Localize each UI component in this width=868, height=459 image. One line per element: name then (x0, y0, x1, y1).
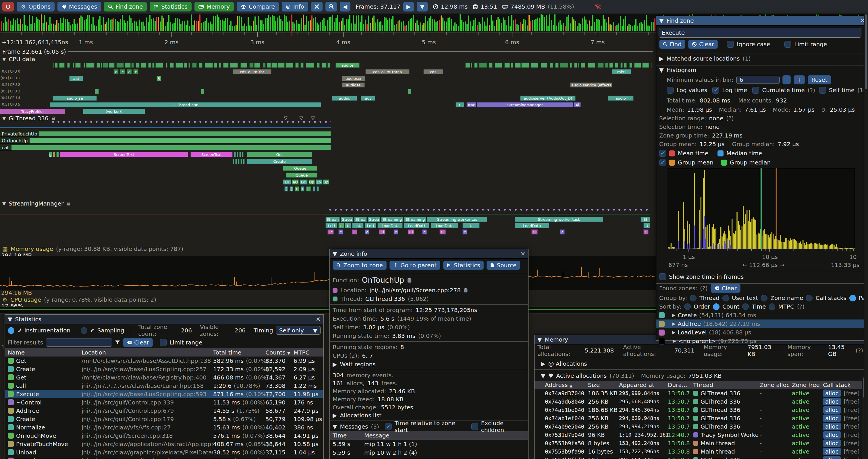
zone-segment[interactable]: ScreenText (60, 152, 188, 157)
zone-segment[interactable]: Lc (328, 229, 334, 234)
timing-dropdown[interactable]: Self only▼ (276, 326, 320, 335)
zone-segment[interactable]: Streaming (381, 217, 403, 222)
zone-segment[interactable] (56, 152, 59, 157)
zone-segment[interactable]: Streaming (404, 217, 426, 222)
zone-segment[interactable] (230, 63, 238, 68)
zone-segment[interactable]: mi:ti (612, 69, 631, 74)
zone-segment[interactable] (495, 63, 502, 68)
zone-segment[interactable] (176, 63, 183, 68)
zone-segment[interactable] (267, 63, 271, 68)
cpu-usage-chart[interactable] (0, 306, 656, 314)
allocation-row[interactable]: 0x7553b9fbf016 bytes296,661,146ns13:50.7… (534, 456, 866, 459)
zone-segment[interactable] (521, 63, 529, 68)
matched-locations-expander[interactable]: ▶ Matched source locations (1) (656, 54, 868, 63)
zone-segment[interactable] (511, 63, 513, 68)
zone-segment[interactable]: c (133, 69, 138, 74)
zone-segment[interactable]: Ci (531, 229, 538, 234)
message-marker-icon[interactable]: ▽ (299, 116, 303, 120)
zone-segment[interactable]: audioserver (AudioOut_D) (520, 96, 576, 101)
bin-reset-button[interactable]: Reset (808, 75, 831, 85)
zone-segment[interactable] (214, 63, 217, 68)
shutdown-button[interactable] (2, 2, 14, 11)
zone-segment[interactable] (620, 63, 623, 68)
messages-button[interactable]: Messages (57, 2, 101, 11)
zone-segment[interactable] (237, 152, 239, 157)
zone-segment[interactable] (243, 159, 245, 164)
zone-segment[interactable]: ScreenText (190, 152, 232, 157)
zone-segment[interactable] (474, 63, 478, 68)
zone-segment[interactable] (155, 63, 163, 68)
alloc-callstack-button[interactable]: alloc (823, 448, 841, 455)
zone-segment[interactable]: LoadDaU (377, 223, 403, 228)
zone-segment[interactable]: ( (301, 186, 305, 192)
zone-segment[interactable]: TracyProfiler (0, 109, 65, 114)
message-marker-icon[interactable]: ▽ (311, 116, 315, 120)
zone-segment[interactable] (285, 63, 293, 68)
zone-segment[interactable]: Streaming worker tas (427, 217, 487, 222)
zone-segment[interactable] (170, 63, 174, 68)
zone-segment[interactable] (651, 63, 652, 68)
found-zone-row[interactable]: ▶LoadLevel(18) 406.88 µs (656, 328, 868, 337)
zone-segment[interactable]: St (641, 217, 650, 222)
zone-segment[interactable] (135, 63, 140, 68)
radio-mtpc[interactable] (769, 303, 775, 310)
found-zone-row[interactable]: ▶<no parent>(9) 225.73 µs (656, 337, 868, 345)
zone-segment[interactable]: audio.service (effect) (570, 83, 612, 88)
stats-table-row[interactable]: ~Controljni/../jni/src/guif/Control.cpp:… (5, 398, 323, 406)
zone-segment[interactable]: c (560, 229, 565, 234)
stats-table-row[interactable]: Createjni/../jni/src/claw/base/LuaScript… (5, 365, 323, 373)
stats-table-row[interactable]: Executejni/../jni/src/claw/base/LuaScrip… (5, 390, 323, 398)
zone-segment[interactable] (188, 63, 190, 68)
zone-segment[interactable]: cds_ol_rx_thr (232, 69, 272, 74)
zone-statistics-button[interactable]: Statistics (443, 261, 484, 270)
zone-segment[interactable] (642, 63, 649, 68)
zone-segment[interactable] (148, 63, 151, 68)
play-button[interactable]: ▶ (403, 2, 414, 11)
group-legend-checkbox[interactable] (659, 159, 666, 166)
zone-segment[interactable]: Queue (286, 172, 317, 178)
allocation-row[interactable]: 0x74a9d37040186.35 KB295,999,844ns13:50.… (534, 389, 866, 397)
zone-segment[interactable]: cds_ol_rx_threa (365, 69, 410, 74)
message-marker-icon[interactable]: ▽ (284, 116, 287, 120)
zone-segment[interactable] (234, 152, 236, 157)
zone-segment[interactable] (53, 63, 54, 68)
histogram-expander[interactable]: ▼ Histogram (656, 66, 868, 74)
alloc-callstack-button[interactable]: alloc (823, 415, 841, 422)
stats-table-row[interactable]: OnTouchMovejni/../jni/src/guif/Screen.cp… (5, 431, 323, 440)
zone-segment[interactable] (313, 186, 315, 192)
zone-segment[interactable]: E (306, 186, 311, 192)
zone-segment[interactable] (0, 138, 331, 143)
zone-segment[interactable] (609, 63, 613, 68)
zone-segment[interactable]: Ci (439, 229, 446, 234)
message-row[interactable]: 5.59 smip 9 w 4 h 4 (16) (330, 457, 528, 459)
memory-usage-chart[interactable] (0, 256, 656, 290)
allocation-row[interactable]: 0x74ab9e5040256 KB293,994,219ns13:50.7GL… (534, 422, 866, 431)
zone-segment[interactable]: cds (423, 69, 443, 74)
min-bin-input[interactable]: 6 (737, 76, 779, 84)
zone-segment[interactable] (316, 186, 319, 192)
zone-segment[interactable] (555, 63, 559, 68)
stats-table-row[interactable]: OnRedrawjni/../jni/src/claw/application/… (5, 456, 323, 459)
stats-table-row[interactable]: Unloadjni/../jni/src/claw/graphics/pixel… (5, 448, 323, 456)
zone-segment[interactable] (131, 63, 134, 68)
zone-segment[interactable]: U (462, 223, 480, 228)
zone-segment[interactable] (317, 63, 320, 68)
allocation-row[interactable]: 0x7553b9fa508 bytes153,492,240ns13:50.8M… (534, 439, 866, 447)
find-zone-query-input[interactable]: Execute (659, 28, 861, 38)
glthread-sample-dots[interactable] (50, 121, 331, 123)
zone-segment[interactable] (96, 63, 100, 68)
zone-segment[interactable] (73, 63, 74, 68)
radio-user-text[interactable] (722, 295, 729, 301)
cpu-timeline-row[interactable]: audios (0, 63, 656, 68)
cpu-timeline-row[interactable]: [0:0] CPU 0cccccds_ol_rx_thrcds_ol_rx_th… (0, 69, 656, 75)
zone-segment[interactable] (239, 152, 241, 157)
zone-segment[interactable]: aut (69, 76, 83, 81)
log-time-checkbox[interactable] (712, 87, 719, 94)
zone-segment[interactable]: c (422, 229, 427, 234)
zone-segment[interactable] (238, 159, 240, 164)
zone-segment[interactable]: ( (284, 186, 288, 192)
zone-segment[interactable] (515, 63, 521, 68)
close-icon[interactable]: ✕ (521, 250, 525, 257)
zone-segment[interactable]: LoU (365, 223, 376, 228)
zone-segment[interactable] (328, 63, 330, 68)
